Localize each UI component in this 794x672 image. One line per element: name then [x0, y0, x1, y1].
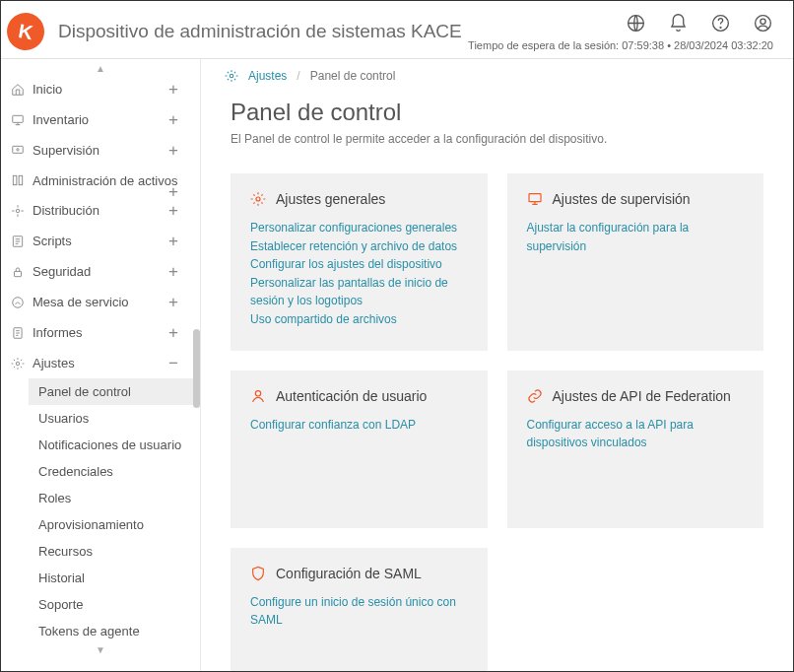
card-ajustes-supervision: Ajustes de supervisión Ajustar la config… [507, 173, 764, 351]
expand-icon: + [168, 201, 178, 221]
bell-icon[interactable] [668, 13, 689, 34]
svg-rect-18 [529, 194, 541, 202]
sub-item-panel-control[interactable]: Panel de control [29, 378, 200, 405]
card-api-federation: Ajustes de API de Federation Configurar … [507, 370, 764, 528]
scripts-icon [11, 235, 25, 248]
cards-grid: Ajustes generales Personalizar configura… [231, 173, 763, 671]
card-links: Configure un inicio de sesión único con … [250, 593, 468, 630]
monitor-icon [527, 191, 543, 207]
sidebar-item-inventario[interactable]: Inventario + [1, 104, 200, 135]
sub-item-recursos[interactable]: Recursos [29, 538, 200, 565]
card-title-text: Ajustes de API de Federation [553, 388, 731, 404]
sidebar-item-supervision[interactable]: Supervisión + [1, 135, 200, 166]
sub-item-tokens[interactable]: Tokens de agente [29, 618, 200, 644]
svg-point-7 [17, 148, 19, 150]
sidebar-item-scripts[interactable]: Scripts + [1, 226, 200, 256]
breadcrumb-current: Panel de control [310, 69, 396, 83]
sub-item-credenciales[interactable]: Credenciales [29, 458, 200, 485]
sub-item-usuarios[interactable]: Usuarios [29, 405, 200, 432]
page-title: Panel de control [231, 99, 763, 126]
card-link[interactable]: Establecer retención y archivo de datos [250, 237, 468, 256]
card-link[interactable]: Uso compartido de archivos [250, 310, 468, 329]
report-icon [11, 326, 25, 340]
sidebar-item-inicio[interactable]: Inicio + [1, 74, 200, 104]
home-icon [11, 83, 25, 97]
ajustes-submenu: Panel de control Usuarios Notificaciones… [1, 378, 200, 644]
card-title: Configuración de SAML [250, 566, 468, 581]
sidebar-item-label: Inventario [33, 112, 89, 127]
sidebar-item-label: Seguridad [33, 264, 91, 279]
sidebar-item-distribucion[interactable]: Distribución + [1, 195, 200, 226]
breadcrumb: Ajustes / Panel de control [201, 59, 793, 93]
shield-icon [250, 566, 266, 581]
card-link[interactable]: Configure un inicio de sesión único con … [250, 593, 468, 630]
card-link[interactable]: Configurar acceso a la API para disposit… [527, 416, 745, 452]
monitor-icon [11, 113, 25, 127]
gear-icon [250, 191, 266, 207]
sidebar-item-seguridad[interactable]: Seguridad + [1, 256, 200, 287]
svg-rect-5 [13, 115, 24, 122]
sub-item-notificaciones[interactable]: Notificaciones de usuario [29, 432, 200, 458]
nav-list: Inicio + Inventario + Supervisión + Admi… [1, 74, 200, 644]
sidebar-item-label: Administración de activos [33, 174, 177, 187]
app-title: Dispositivo de administración de sistema… [58, 21, 462, 42]
expand-icon: + [168, 323, 178, 343]
sidebar-item-mesa-servicio[interactable]: Mesa de servicio + [1, 287, 200, 317]
card-link[interactable]: Personalizar las pantallas de inicio de … [250, 274, 468, 310]
app-logo[interactable]: K [4, 10, 47, 53]
sidebar: ▲ Inicio + Inventario + Supervisión + Ad… [1, 59, 201, 671]
card-links: Personalizar configuraciones generales E… [250, 219, 468, 329]
sub-item-historial[interactable]: Historial [29, 565, 200, 591]
svg-point-2 [720, 27, 721, 28]
svg-point-4 [761, 19, 765, 24]
help-icon[interactable] [710, 13, 731, 34]
assets-icon [11, 173, 25, 187]
scroll-down-arrow[interactable]: ▼ [1, 644, 200, 655]
scroll-up-arrow[interactable]: ▲ [1, 63, 200, 74]
main: Ajustes / Panel de control Panel de cont… [201, 59, 793, 671]
sub-item-aprovisionamiento[interactable]: Aprovisionamiento [29, 511, 200, 538]
card-link[interactable]: Configurar confianza con LDAP [250, 416, 468, 435]
globe-icon[interactable] [626, 13, 646, 34]
svg-rect-9 [19, 175, 23, 184]
breadcrumb-root[interactable]: Ajustes [248, 69, 287, 83]
sidebar-item-informes[interactable]: Informes + [1, 317, 200, 348]
sidebar-item-label: Supervisión [33, 143, 99, 158]
page-description: El Panel de control le permite acceder a… [231, 132, 763, 146]
card-title: Ajustes de API de Federation [527, 388, 745, 404]
card-link[interactable]: Configurar los ajustes del dispositivo [250, 255, 468, 274]
svg-point-17 [256, 197, 260, 201]
lock-icon [11, 265, 25, 279]
sidebar-item-admin-activos[interactable]: Administración de activos + [1, 166, 200, 195]
collapse-icon: − [168, 354, 178, 373]
sidebar-item-label: Ajustes [33, 356, 75, 370]
session-label: Tiempo de espera de la sesión: [468, 39, 619, 51]
expand-icon: + [168, 293, 178, 312]
user-icon[interactable] [753, 13, 773, 34]
card-title-text: Autenticación de usuario [276, 388, 427, 404]
sidebar-item-label: Informes [33, 325, 83, 340]
expand-icon: + [168, 80, 178, 100]
scrollbar-thumb[interactable] [193, 329, 200, 408]
card-link[interactable]: Personalizar configuraciones generales [250, 219, 468, 237]
breadcrumb-sep: / [297, 69, 299, 83]
sub-item-soporte[interactable]: Soporte [29, 591, 200, 618]
card-links: Configurar acceso a la API para disposit… [527, 416, 745, 452]
svg-point-10 [16, 209, 20, 213]
content: Panel de control El Panel de control le … [201, 93, 793, 671]
desk-icon [11, 296, 25, 309]
sub-item-roles[interactable]: Roles [29, 485, 200, 511]
header-left: K Dispositivo de administración de siste… [7, 13, 462, 50]
sidebar-scrollbar[interactable] [193, 59, 200, 671]
svg-rect-8 [13, 175, 17, 184]
card-saml: Configuración de SAML Configure un inici… [231, 548, 488, 671]
card-title-text: Ajustes de supervisión [553, 191, 691, 207]
user-icon [250, 388, 266, 404]
header-right: Tiempo de espera de la sesión: 07:59:38 … [468, 13, 773, 51]
sidebar-item-label: Inicio [33, 82, 62, 97]
sidebar-item-ajustes[interactable]: Ajustes − [1, 348, 200, 378]
header-toolbar [626, 13, 773, 34]
session-datetime: 28/03/2024 03:32:20 [674, 39, 773, 51]
card-title: Ajustes de supervisión [527, 191, 745, 207]
card-link[interactable]: Ajustar la configuración para la supervi… [527, 219, 745, 255]
